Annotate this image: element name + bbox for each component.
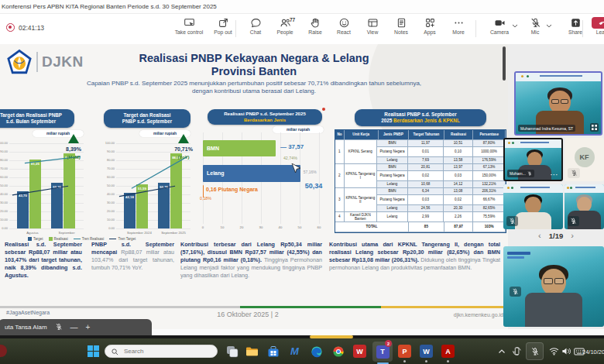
minimized-call-tab[interactable]: uta Tansa Alam — +	[0, 319, 152, 335]
kemenkeu-logo-icon	[6, 49, 33, 75]
cell-jenis: BMN	[377, 188, 408, 195]
share-button[interactable]: Share	[561, 17, 590, 35]
taskbar-edge-button[interactable]	[309, 344, 324, 359]
table-row: Lelang7,6913,58176,59%	[377, 157, 506, 164]
taskbar-powerpoint-button[interactable]: P	[397, 344, 412, 359]
people-button[interactable]: People77	[271, 17, 299, 35]
person-body	[515, 212, 551, 230]
more-button[interactable]: More	[444, 17, 472, 35]
gridline	[116, 143, 190, 144]
jenis-rows: BMN20,8113,9767,13%Piutang Negara0,020,0…	[377, 164, 506, 188]
video-tile-participant-6[interactable]	[503, 246, 604, 327]
taskbar-store-button[interactable]	[266, 344, 280, 359]
table-row: Lelang2,992,2675,59%	[377, 212, 506, 222]
cell-realisasi: 14,12	[444, 181, 473, 188]
taskbar-start-button[interactable]	[86, 344, 101, 359]
bar-value-label: — 37,57	[280, 143, 304, 150]
y-axis-tick: 30.00	[0, 201, 8, 204]
chart-title-line2: Berdasarkan Jenis	[208, 117, 322, 123]
video-tile-participant-kf[interactable]: KF	[565, 138, 604, 181]
prev-page-button[interactable]: ‹	[538, 232, 541, 240]
bar-value-label: 53,38	[158, 185, 170, 189]
cell-no: 4	[335, 212, 345, 222]
bar-value-label: 50,34	[305, 182, 323, 190]
mic-icon	[530, 17, 541, 29]
mouse-cursor	[291, 163, 300, 176]
y-axis-tick: 100.00	[99, 142, 115, 145]
growth-period: (YoY)	[168, 155, 199, 160]
slide-title-line1: Realisasi PNBP Kekayaan Negara & Lelang	[84, 52, 424, 64]
gridline	[319, 132, 320, 224]
video-tile-participant-5[interactable]	[565, 184, 604, 229]
taskbar-chrome-button[interactable]	[331, 344, 345, 359]
tray-mic-muted-button[interactable]	[526, 342, 544, 360]
cell-realisasi: 13,58	[444, 157, 473, 164]
chat-button[interactable]: Chat	[242, 17, 269, 35]
bar-value-label: 81,25	[29, 162, 41, 166]
cell-unit: Kanwil DJKN Banten	[345, 212, 377, 222]
x-axis-tick: 20	[237, 225, 246, 229]
pop-out-button[interactable]: Pop out	[208, 17, 239, 35]
search-icon	[112, 345, 118, 359]
mic-chevron-icon[interactable]	[546, 24, 552, 29]
raise-icon	[310, 17, 321, 29]
y-axis-tick: 60.00	[99, 176, 115, 179]
cell-target: 0,01	[408, 147, 444, 157]
legend-marker	[74, 239, 81, 240]
apps-icon	[424, 17, 436, 29]
taskbar-date[interactable]: 24/10/2025	[582, 349, 604, 355]
next-page-button[interactable]: ›	[571, 232, 574, 240]
cell-persentase: 75,59%	[473, 212, 506, 222]
scrollbar-thumb[interactable]	[503, 46, 506, 81]
video-tile-participant-2[interactable]: Moham...···	[503, 138, 563, 181]
cell-target: 6,34	[408, 188, 444, 195]
bar-realisasi-1	[63, 153, 75, 228]
lower-third-chip	[507, 252, 530, 255]
text-block-1: Realisasi s.d. September sebesar Rp88,07…	[5, 241, 82, 280]
camera-button[interactable]: Camera	[486, 17, 513, 35]
taskbar-webex-button[interactable]: W	[352, 344, 367, 359]
taskbar-acrobat-button[interactable]: A	[441, 344, 455, 359]
taskbar-search[interactable]	[105, 345, 218, 358]
raise-button[interactable]: Raise	[300, 17, 330, 35]
video-tile-speaker[interactable]: Muhammad Indra Kesuma, ST	[514, 71, 602, 136]
camera-chevron-icon[interactable]	[512, 24, 518, 29]
y-axis-tick: 70.00	[99, 167, 115, 170]
taskbar-m365-button[interactable]: M	[287, 344, 302, 359]
person-glasses	[551, 99, 568, 104]
taskbar-word-button[interactable]: W	[419, 344, 434, 359]
apps-button[interactable]: Apps	[416, 17, 444, 35]
teams-icon: T	[376, 345, 390, 359]
cell-target: 10,68	[408, 181, 444, 188]
share-icon	[570, 17, 582, 29]
mic-muted-icon	[568, 168, 580, 178]
video-tile-participant-4[interactable]	[503, 184, 563, 229]
tray-phone-link-button[interactable]	[510, 344, 524, 359]
y-axis-tick: 50.00	[0, 184, 8, 187]
tile-menu-icon[interactable]	[590, 123, 599, 132]
taskbar-task-view-button[interactable]	[225, 344, 239, 359]
leave-button[interactable]: Leave	[587, 17, 604, 35]
more-options-icon[interactable]: ···	[551, 172, 558, 177]
mic-button[interactable]: Mic	[523, 17, 547, 35]
column-header: Realisasi	[444, 130, 474, 140]
minimize-icon[interactable]: —	[70, 324, 78, 331]
search-input[interactable]	[122, 347, 203, 355]
djkn-wordmark: DJKN	[42, 53, 84, 70]
person-glasses	[544, 278, 563, 283]
taskbar-file-explorer-button[interactable]	[245, 344, 259, 359]
plus-icon[interactable]: +	[86, 324, 91, 331]
y-axis-tick: 70.00	[0, 167, 8, 170]
view-button[interactable]: View	[359, 17, 386, 35]
table-row: BMN11,9710,5187,80%	[377, 140, 506, 147]
notes-button[interactable]: Notes	[387, 17, 415, 35]
tray-chevron-up-button[interactable]	[494, 344, 509, 359]
y-axis-tick: 10.00	[99, 218, 115, 221]
hashtag: #JagaAsetNegara	[6, 310, 50, 315]
column-header: Target Tahunan	[409, 130, 444, 140]
table-row: Lelang24,5620,3082,65%	[377, 205, 506, 212]
take-control-button[interactable]: Take control	[169, 17, 209, 35]
bar-label: Lelang	[207, 170, 225, 176]
react-button[interactable]: React	[330, 17, 358, 35]
mic-muted-icon[interactable]	[55, 323, 63, 332]
